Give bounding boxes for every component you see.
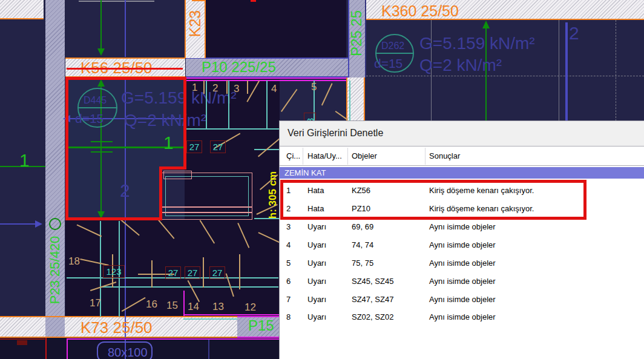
wall-label-p10: P10 225/25 (202, 60, 276, 74)
error-highlight-box (280, 180, 586, 220)
table-row[interactable]: 3 Uyarı 69, 69 Aynı isimde objeler (280, 217, 644, 235)
stair-line (183, 318, 237, 320)
column-header[interactable]: Objeler (352, 152, 377, 160)
stair-line (228, 81, 229, 129)
column-header[interactable]: Hata/Uy... (307, 152, 342, 160)
stair-line (100, 286, 278, 288)
grid-line-horizontal (366, 76, 644, 76)
axis-number: 1 (19, 151, 30, 170)
row-type: Uyarı (307, 277, 350, 286)
row-type: Uyarı (307, 259, 350, 268)
tread-number: 18 (68, 256, 80, 266)
table-row[interactable]: 4 Uyarı 74, 74 Aynı isimde objeler (280, 235, 644, 254)
hatch-tick (247, 81, 248, 94)
arrow-right-icon (35, 220, 42, 228)
row-objects: 69, 69 (352, 222, 427, 231)
beam-top-left[interactable] (0, 0, 44, 19)
dim-tick (91, 151, 113, 153)
tread-number: 3 (234, 84, 239, 94)
slab-strip-line (565, 22, 568, 121)
riser-dim: 27 (165, 266, 181, 279)
selected-slab-lower[interactable] (65, 168, 160, 220)
slab-edge-line (186, 77, 346, 79)
grid-line-vertical (559, 20, 559, 121)
column-divider (303, 148, 303, 165)
axis-line-vertical (125, 0, 126, 57)
wall-label-p15: P15 (248, 318, 274, 333)
dark-red-mark (17, 340, 27, 345)
hatch-tick (203, 257, 204, 288)
riser-dim: 27 (186, 140, 202, 153)
row-result: Aynı isimde objeler (429, 240, 641, 249)
live-load-label: Q=2 kN/m² (124, 112, 206, 129)
row-objects: SZ45, SZ45 (352, 277, 427, 286)
column-header[interactable]: Çi... (286, 152, 300, 160)
row-objects: SZ02, SZ02 (352, 312, 427, 321)
room-top-middle (206, 0, 346, 58)
slab-number: 2 (569, 24, 579, 42)
row-type: Uyarı (307, 222, 350, 231)
slab-edge-line (183, 291, 185, 316)
dead-load-label: G=5.159 kN/m² (121, 90, 237, 107)
selection-outline (65, 77, 186, 80)
column-header[interactable]: Sonuçlar (429, 152, 460, 160)
row-result: Aynı isimde objeler (429, 295, 641, 304)
tread-number: 4 (271, 84, 277, 94)
dead-load-label: G=5.159 kN/m² (419, 35, 535, 52)
hatch-line (321, 83, 332, 105)
hatch-line (281, 89, 297, 112)
red-line (45, 338, 47, 359)
dialog-titlebar[interactable]: Veri Girişlerini Denetle (280, 121, 644, 146)
row-number: 6 (286, 277, 304, 286)
beam-label-k23: K23 (188, 10, 203, 37)
tread-number: 5 (311, 82, 317, 92)
row-result: Aynı isimde objeler (429, 277, 641, 286)
group-header-row[interactable]: ZEMİN KAT (280, 167, 644, 179)
row-number: 5 (286, 259, 304, 268)
tread-number: 1 (192, 82, 197, 93)
landing-outline-inner (165, 176, 249, 216)
table-row[interactable]: 5 Uyarı 75, 75 Aynı isimde objeler (280, 254, 644, 272)
section-label: 80x100 (108, 346, 148, 358)
slab-edge-line (183, 314, 279, 315)
arrow-up-icon (482, 21, 490, 28)
stair-height-label: h: 305 cm (268, 171, 278, 219)
table-header: Çi... Hata/Uy... Objeler Sonuçlar (280, 147, 644, 166)
row-objects: 75, 75 (352, 259, 427, 268)
tread-number: 12 (245, 302, 256, 312)
beam-fragment (192, 0, 206, 1)
hatch-tick (239, 254, 240, 289)
beam-label-k73: K73 25/50 (80, 320, 153, 335)
live-load-label: Q=2 kN/m² (419, 57, 502, 74)
row-number: 3 (286, 222, 304, 231)
table-row[interactable]: 7 Uyarı SZ47, SZ47 Aynı isimde objeler (280, 290, 644, 308)
selection-outline (159, 166, 186, 170)
dome-diameter-label: d=15 (374, 57, 402, 70)
selection-outline (65, 217, 162, 220)
group-header-label: ZEMİN KAT (284, 169, 326, 177)
table-row[interactable]: 8 Uyarı SZ02, SZ02 Aynı isimde objeler (280, 308, 644, 326)
tread-number: 16 (146, 299, 157, 309)
dome-label: D445 (84, 96, 107, 105)
selection-outline (65, 77, 68, 220)
wall-p23-over-beam (45, 317, 65, 337)
hatch-tick (226, 81, 228, 94)
wall-label-p23: P23 25/420 (48, 236, 62, 305)
stair-line (349, 81, 350, 121)
cad-canvas[interactable]: D445 d=15 G=5.159 kN/m² Q=2 kN/m² 1 2 1 … (0, 0, 644, 359)
row-number: 7 (286, 295, 304, 304)
dim-tick (91, 141, 113, 142)
tread-number: 15 (166, 300, 178, 311)
stair-line (266, 81, 268, 129)
row-type: Uyarı (307, 240, 350, 249)
row-number: 4 (286, 240, 304, 249)
landing-line (162, 206, 252, 208)
slab-edge-line (67, 338, 279, 340)
row-objects: SZ47, SZ47 (352, 295, 427, 304)
dialog-title: Veri Girişlerini Denetle (288, 128, 383, 138)
dome-divider (375, 53, 414, 54)
wall-label-p25: P25 25 (349, 10, 364, 56)
stair-line (206, 81, 207, 129)
table-row[interactable]: 6 Uyarı SZ45, SZ45 Aynı isimde objeler (280, 272, 644, 290)
load-arrow-line (0, 223, 36, 225)
